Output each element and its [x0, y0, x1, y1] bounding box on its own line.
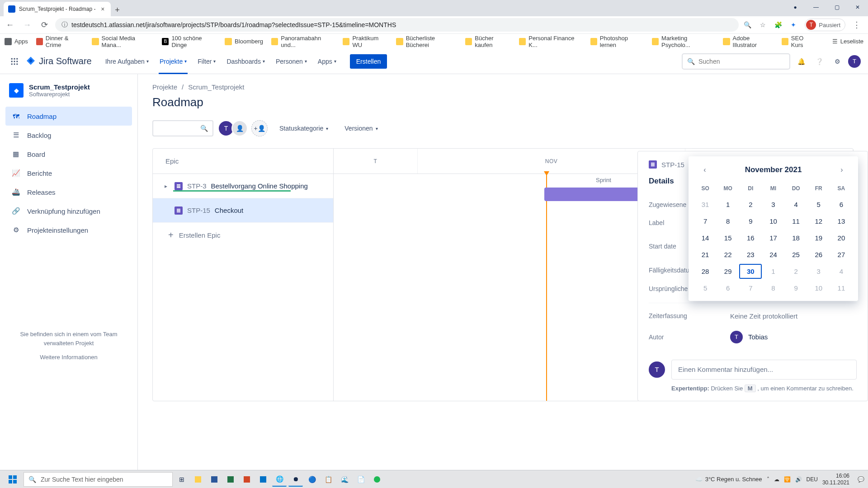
search-input[interactable] — [698, 58, 785, 65]
calendar-day[interactable]: 24 — [762, 247, 784, 262]
url-input[interactable]: ⓘ testdeutsch1.atlassian.net/jira/softwa… — [55, 18, 739, 32]
notepad-icon[interactable]: 📄 — [354, 472, 368, 487]
breadcrumb-project[interactable]: Scrum_Testprojekt — [188, 83, 244, 91]
nav-people[interactable]: Personen▾ — [271, 54, 311, 69]
add-people-button[interactable]: +👤 — [251, 120, 268, 136]
calendar-day[interactable]: 1 — [762, 264, 784, 279]
site-info-icon[interactable]: ⓘ — [61, 21, 68, 29]
apps-shortcut[interactable]: Apps — [5, 38, 28, 45]
calendar-day[interactable]: 19 — [807, 230, 830, 245]
notifications-icon[interactable]: 💬 — [858, 476, 864, 483]
create-epic-button[interactable]: + Erstellen Epic — [153, 223, 333, 247]
bookmark-item[interactable]: Social Media Mana... — [92, 35, 154, 48]
volume-icon[interactable]: 🔊 — [795, 476, 802, 483]
relaunch-dot-icon[interactable]: ● — [785, 0, 806, 14]
calendar-day[interactable]: 3 — [762, 197, 784, 212]
breadcrumb-projects[interactable]: Projekte — [152, 83, 177, 91]
tray-chevron-icon[interactable]: ˄ — [767, 476, 769, 483]
excel-icon[interactable] — [223, 472, 238, 487]
app-switcher-icon[interactable] — [7, 54, 22, 69]
start-button[interactable] — [4, 472, 22, 487]
calendar-day[interactable]: 20 — [830, 230, 853, 245]
app-icon[interactable]: 🔵 — [305, 472, 319, 487]
bookmark-item[interactable]: Dinner & Crime — [36, 35, 84, 48]
file-explorer-icon[interactable] — [191, 472, 205, 487]
language-indicator[interactable]: DEU — [807, 476, 818, 483]
create-button[interactable]: Erstellen — [350, 54, 387, 69]
roadmap-search[interactable]: 🔍 — [152, 120, 213, 136]
close-window-button[interactable]: ✕ — [847, 0, 868, 14]
back-button[interactable]: ← — [4, 19, 16, 31]
settings-icon[interactable]: ⚙ — [830, 54, 844, 69]
calendar-day[interactable]: 10 — [762, 214, 784, 229]
epic-row[interactable]: ▸ STP-15 Checkout — [153, 198, 333, 223]
zoom-icon[interactable]: 🔍 — [743, 21, 751, 29]
task-view-icon[interactable]: ⊞ — [175, 472, 189, 487]
calendar-day[interactable]: 17 — [762, 230, 784, 245]
weather-widget[interactable]: ☁️ 3°C Regen u. Schnee — [695, 476, 762, 483]
calendar-day[interactable]: 15 — [717, 230, 739, 245]
sidebar-item-releases[interactable]: 🚢Releases — [5, 183, 132, 202]
bookmark-item[interactable]: Adobe Illustrator — [723, 35, 773, 48]
powerpoint-icon[interactable] — [240, 472, 254, 487]
bookmark-item[interactable]: Marketing Psycholo... — [652, 35, 715, 48]
avatar-unassigned[interactable]: 👤 — [231, 120, 248, 136]
calendar-day[interactable]: 27 — [830, 247, 853, 262]
user-avatar[interactable]: T — [848, 55, 861, 68]
extension-icon[interactable]: ✦ — [789, 21, 797, 29]
next-month-button[interactable]: › — [835, 164, 848, 176]
new-tab-button[interactable]: + — [111, 4, 123, 16]
windows-search[interactable]: 🔍 Zur Suche Text hier eingeben — [24, 472, 173, 487]
calendar-day[interactable]: 6 — [717, 281, 739, 296]
calendar-day[interactable]: 5 — [694, 281, 717, 296]
calendar-day[interactable]: 2 — [739, 197, 762, 212]
calendar-day[interactable]: 9 — [785, 281, 807, 296]
status-filter[interactable]: Statuskategorie▾ — [275, 121, 333, 136]
calendar-day[interactable]: 4 — [785, 197, 807, 212]
network-icon[interactable]: 🛜 — [784, 476, 791, 483]
bookmark-item[interactable]: Panoramabahn und... — [271, 35, 335, 48]
calendar-day[interactable]: 4 — [830, 264, 853, 279]
calendar-day[interactable]: 25 — [785, 247, 807, 262]
sidebar-more-info-link[interactable]: Weitere Informationen — [14, 353, 123, 362]
spotify-icon[interactable] — [370, 472, 384, 487]
chrome-menu-icon[interactable]: ⋮ — [853, 20, 861, 30]
calendar-day[interactable]: 8 — [717, 214, 739, 229]
calendar-day[interactable]: 10 — [807, 281, 830, 296]
calendar-day[interactable]: 23 — [739, 247, 762, 262]
mail-icon[interactable] — [256, 472, 270, 487]
calendar-day[interactable]: 2 — [785, 264, 807, 279]
extensions-icon[interactable]: 🧩 — [774, 21, 782, 29]
calendar-day[interactable]: 5 — [807, 197, 830, 212]
nav-filters[interactable]: Filter▾ — [193, 54, 220, 69]
bookmark-item[interactable]: B100 schöne Dinge — [162, 35, 217, 48]
sidebar-item-add-link[interactable]: 🔗Verknüpfung hinzufügen — [5, 202, 132, 221]
bookmark-item[interactable]: Bloomberg — [225, 38, 263, 45]
nav-projects[interactable]: Projekte▾ — [155, 54, 191, 69]
global-search[interactable]: 🔍 — [682, 53, 790, 70]
calendar-day[interactable]: 18 — [785, 230, 807, 245]
calendar-day[interactable]: 8 — [762, 281, 784, 296]
forward-button[interactable]: → — [21, 19, 33, 31]
clock[interactable]: 16:06 30.11.2021 — [822, 473, 853, 486]
calendar-day[interactable]: 3 — [807, 264, 830, 279]
calendar-day[interactable]: 21 — [694, 247, 717, 262]
nav-your-work[interactable]: Ihre Aufgaben▾ — [101, 54, 153, 69]
sidebar-item-reports[interactable]: 📈Berichte — [5, 164, 132, 183]
onedrive-icon[interactable]: ☁ — [774, 476, 779, 483]
app-icon[interactable]: 📋 — [321, 472, 335, 487]
project-header[interactable]: ◆ Scrum_Testprojekt Softwareprojekt — [5, 83, 132, 107]
profile-chip[interactable]: T Pausiert — [805, 19, 845, 31]
comment-input[interactable]: Einen Kommentar hinzufügen... — [671, 360, 857, 380]
bookmark-item[interactable]: Photoshop lernen — [590, 35, 644, 48]
calendar-day[interactable]: 28 — [694, 264, 717, 279]
nav-apps[interactable]: Apps▾ — [313, 54, 341, 69]
calendar-day[interactable]: 7 — [739, 281, 762, 296]
word-icon[interactable] — [207, 472, 222, 487]
bookmark-item[interactable]: Bücherliste Bücherei — [396, 35, 457, 48]
obs-icon[interactable]: ⏺ — [288, 472, 303, 487]
calendar-day[interactable]: 9 — [739, 214, 762, 229]
bookmark-item[interactable]: SEO Kurs — [782, 35, 816, 48]
edge-icon[interactable]: 🌊 — [337, 472, 352, 487]
reading-list-button[interactable]: ☰Leseliste — [832, 38, 863, 45]
